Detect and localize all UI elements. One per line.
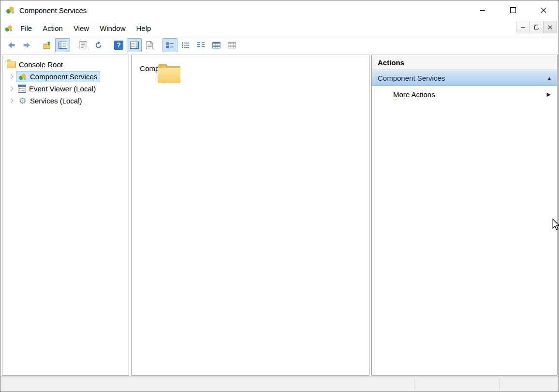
toolbar: ? — [0, 37, 559, 53]
chevron-right-icon[interactable] — [7, 71, 16, 83]
minimize-icon — [480, 10, 485, 11]
view-small-icons-icon — [181, 42, 190, 49]
computers-item[interactable]: Computers — [134, 64, 181, 73]
menubar: File Action View Window Help — [0, 20, 559, 37]
chevron-right-icon[interactable] — [7, 95, 16, 107]
tree-selection: Component Services — [16, 71, 100, 82]
component-services-icon — [18, 73, 27, 81]
tree-item-label: Console Root — [19, 60, 63, 69]
back-icon — [7, 41, 15, 49]
tree-item-label: Event Viewer (Local) — [29, 85, 96, 93]
view-icons-icon — [166, 42, 174, 49]
menu-item-window[interactable]: Window — [94, 22, 131, 35]
results-list: Computers — [132, 55, 369, 73]
view-icons-button[interactable] — [162, 38, 177, 52]
chevron-right-icon[interactable] — [7, 83, 16, 95]
more-actions-arrow-icon: ▶ — [547, 91, 551, 98]
actions-pane-title: Actions — [372, 55, 557, 70]
close-button[interactable] — [528, 0, 559, 20]
export-list-button[interactable] — [142, 38, 157, 52]
actions-section-header[interactable]: Component Services ▲ — [372, 70, 557, 86]
properties-button[interactable] — [75, 38, 90, 52]
tree-item-event-viewer[interactable]: Event Viewer (Local) — [2, 83, 129, 95]
properties-icon — [79, 41, 87, 49]
close-icon — [541, 7, 546, 13]
up-one-level-icon — [43, 41, 51, 49]
app-icon — [5, 6, 15, 15]
child-close-button[interactable] — [543, 21, 557, 33]
menu-item-help[interactable]: Help — [131, 22, 156, 35]
console-window-icon — [4, 25, 13, 32]
child-window-controls — [516, 21, 557, 33]
menu-item-view[interactable]: View — [68, 22, 94, 35]
more-actions-label: More Actions — [393, 90, 435, 99]
tree-item-label: Services (Local) — [30, 97, 82, 105]
menu-item-action[interactable]: Action — [37, 22, 68, 35]
child-minimize-icon — [521, 27, 525, 28]
up-one-level-button[interactable] — [40, 38, 55, 52]
statusbar-separator — [414, 378, 414, 390]
window-controls — [467, 0, 559, 20]
child-restore-icon — [534, 25, 539, 29]
help-button[interactable]: ? — [111, 38, 126, 52]
view-small-icons-button[interactable] — [178, 38, 193, 52]
results-pane: Computers — [131, 55, 369, 376]
console-tree: Console Root Component Services — [2, 55, 129, 107]
export-list-icon — [146, 41, 153, 49]
tree-item-component-services[interactable]: Component Services — [2, 71, 129, 83]
content-area: Console Root Component Services — [0, 53, 559, 376]
view-detail-button[interactable] — [209, 38, 224, 52]
view-list-button[interactable] — [193, 38, 208, 52]
tree-item-services[interactable]: ⚙ Services (Local) — [2, 95, 129, 107]
view-detail-icon — [212, 42, 221, 49]
services-gear-icon: ⚙ — [18, 97, 27, 105]
help-icon: ? — [114, 41, 123, 50]
back-button[interactable] — [4, 38, 19, 52]
actions-section-title: Component Services — [378, 74, 445, 82]
show-hide-console-tree-button[interactable] — [55, 38, 70, 52]
component-services-window: Component Services File Action View Wind… — [0, 0, 559, 392]
statusbar — [0, 376, 559, 392]
maximize-icon — [510, 7, 516, 13]
console-tree-pane: Console Root Component Services — [2, 55, 129, 376]
child-restore-button[interactable] — [530, 21, 544, 33]
statusbar-separator — [500, 378, 500, 390]
child-minimize-button[interactable] — [516, 21, 530, 33]
console-tree-icon — [59, 42, 67, 49]
window-title: Component Services — [19, 6, 87, 15]
refresh-button[interactable] — [91, 38, 106, 52]
view-list-icon — [197, 42, 205, 49]
refresh-icon — [94, 41, 103, 49]
folder-icon — [7, 61, 16, 68]
collapse-section-icon[interactable]: ▲ — [547, 75, 552, 81]
show-hide-action-pane-button[interactable] — [127, 38, 142, 52]
view-extended-button[interactable] — [224, 38, 239, 52]
tree-item-console-root[interactable]: Console Root — [2, 58, 129, 71]
child-close-icon — [548, 25, 552, 29]
minimize-button[interactable] — [467, 0, 498, 20]
more-actions-item[interactable]: More Actions ▶ — [372, 86, 557, 102]
tree-item-label: Component Services — [30, 73, 97, 81]
action-pane-icon — [130, 42, 139, 49]
maximize-button[interactable] — [498, 0, 528, 20]
event-viewer-icon — [18, 85, 26, 93]
forward-icon — [23, 41, 31, 49]
view-extended-icon — [228, 42, 236, 49]
titlebar[interactable]: Component Services — [0, 0, 559, 20]
forward-button[interactable] — [19, 38, 34, 52]
actions-pane: Actions Component Services ▲ More Action… — [371, 55, 558, 376]
menu-item-file[interactable]: File — [15, 22, 37, 35]
